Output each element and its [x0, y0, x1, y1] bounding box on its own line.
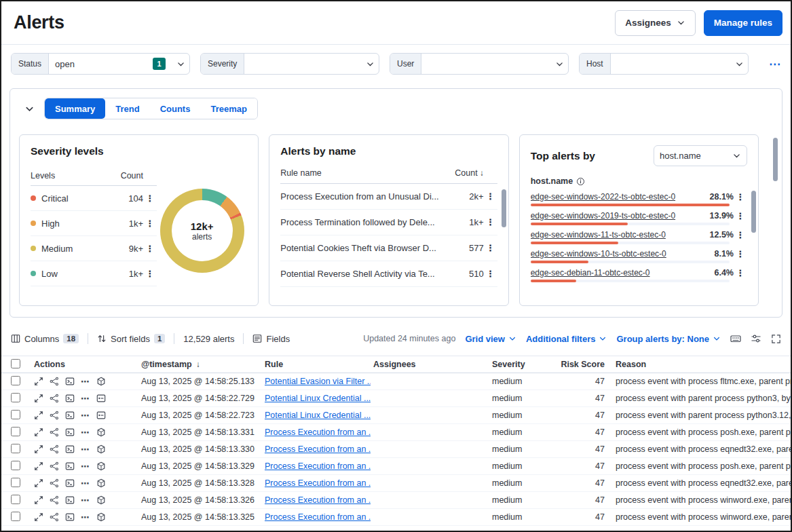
session-view-icon[interactable] — [65, 495, 75, 505]
more-actions-icon[interactable]: ⋯ — [81, 496, 90, 505]
analyze-event-icon[interactable] — [50, 478, 59, 488]
investigate-timeline-icon[interactable] — [96, 411, 106, 420]
row-actions-kebab-icon[interactable]: ⋮ — [484, 269, 497, 278]
analyze-event-icon[interactable] — [50, 394, 59, 403]
session-view-icon[interactable] — [65, 461, 75, 471]
analyze-event-icon[interactable] — [50, 461, 59, 471]
row-actions-kebab-icon[interactable]: ⋮ — [734, 269, 747, 278]
row-checkbox[interactable] — [11, 410, 20, 419]
rule-link[interactable]: Process Execution from an ... — [265, 461, 371, 471]
more-actions-icon[interactable]: ⋯ — [81, 479, 90, 488]
osquery-icon[interactable] — [96, 512, 106, 522]
rule-link[interactable]: Potential Linux Credential ... — [265, 394, 371, 403]
row-actions-kebab-icon[interactable]: ⋮ — [143, 269, 157, 278]
group-alerts-by-button[interactable]: Group alerts by: None — [616, 334, 721, 344]
expand-alert-icon[interactable] — [34, 411, 43, 420]
expand-alert-icon[interactable] — [34, 394, 43, 403]
row-actions-kebab-icon[interactable]: ⋮ — [143, 194, 157, 203]
expand-alert-icon[interactable] — [34, 377, 43, 386]
analyze-event-icon[interactable] — [50, 444, 59, 454]
severity-column-header[interactable]: Severity — [489, 360, 555, 369]
grid-view-button[interactable]: Grid view — [465, 334, 516, 344]
chevron-down-icon[interactable] — [550, 54, 568, 74]
rule-link[interactable]: Process Execution from an ... — [265, 495, 371, 505]
analyze-event-icon[interactable] — [50, 411, 59, 420]
osquery-icon[interactable] — [96, 495, 106, 505]
reason-column-header[interactable]: Reason — [609, 360, 791, 369]
osquery-icon[interactable] — [96, 428, 106, 437]
top-alerts-field-select[interactable]: host.name — [654, 145, 747, 166]
analyze-event-icon[interactable] — [50, 377, 59, 386]
row-actions-kebab-icon[interactable]: ⋮ — [143, 219, 157, 228]
more-actions-icon[interactable]: ⋯ — [81, 513, 90, 522]
row-actions-kebab-icon[interactable]: ⋮ — [734, 231, 747, 240]
rule-column-header[interactable]: Rule — [262, 360, 371, 369]
fields-button[interactable]: Fields — [252, 334, 290, 344]
more-filters-icon[interactable]: ⋯ — [769, 57, 781, 71]
expand-alert-icon[interactable] — [34, 495, 43, 505]
row-checkbox[interactable] — [11, 376, 20, 385]
row-actions-kebab-icon[interactable]: ⋮ — [484, 218, 497, 227]
row-checkbox[interactable] — [11, 478, 20, 487]
rule-link[interactable]: Process Execution from an ... — [265, 444, 371, 454]
host-name-link[interactable]: edge-sec-windows-10-ts-obtc-estec-0 — [531, 249, 709, 259]
rule-link[interactable]: Process Execution from an ... — [265, 478, 371, 488]
expand-alert-icon[interactable] — [34, 461, 43, 471]
more-actions-icon[interactable]: ⋯ — [81, 411, 90, 420]
osquery-icon[interactable] — [96, 478, 106, 488]
tab-treemap[interactable]: Treemap — [200, 98, 257, 119]
expand-alert-icon[interactable] — [34, 428, 43, 437]
osquery-icon[interactable] — [96, 461, 106, 471]
analyze-event-icon[interactable] — [50, 495, 59, 505]
select-all-checkbox[interactable] — [11, 359, 20, 368]
columns-button[interactable]: Columns 18 — [11, 334, 79, 344]
risk-score-column-header[interactable]: Risk Score — [555, 360, 609, 369]
status-filter[interactable]: Status open 1 — [11, 53, 190, 75]
osquery-icon[interactable] — [96, 444, 106, 454]
assignees-button[interactable]: Assignees — [615, 10, 696, 36]
chevron-down-icon[interactable] — [172, 54, 189, 74]
session-view-icon[interactable] — [65, 411, 75, 420]
collapse-charts-icon[interactable] — [24, 104, 35, 114]
row-actions-kebab-icon[interactable]: ⋮ — [734, 212, 747, 221]
keyboard-shortcuts-icon[interactable] — [730, 333, 741, 344]
investigate-timeline-icon[interactable] — [96, 394, 106, 403]
host-filter[interactable]: Host — [579, 53, 749, 75]
manage-rules-button[interactable]: Manage rules — [704, 10, 782, 36]
tab-counts[interactable]: Counts — [150, 98, 201, 119]
row-checkbox[interactable] — [11, 393, 20, 402]
info-icon[interactable] — [576, 177, 585, 186]
session-view-icon[interactable] — [65, 428, 75, 437]
expand-alert-icon[interactable] — [34, 512, 43, 522]
expand-alert-icon[interactable] — [34, 478, 43, 488]
alerts-by-name-scrollbar[interactable] — [502, 189, 506, 227]
more-actions-icon[interactable]: ⋯ — [81, 462, 90, 471]
tab-summary[interactable]: Summary — [45, 98, 105, 119]
timestamp-column-header[interactable]: @timestamp — [141, 360, 192, 369]
session-view-icon[interactable] — [65, 394, 75, 403]
chevron-down-icon[interactable] — [730, 54, 748, 74]
row-actions-kebab-icon[interactable]: ⋮ — [734, 250, 747, 259]
host-name-link[interactable]: edge-sec-windows-11-ts-obtc-estec-0 — [531, 230, 704, 240]
expand-alert-icon[interactable] — [34, 444, 43, 454]
tab-trend[interactable]: Trend — [105, 98, 149, 119]
host-name-link[interactable]: edge-sec-windows-2019-ts-obtc-estec-0 — [531, 211, 704, 221]
additional-filters-button[interactable]: Additional filters — [526, 334, 607, 344]
row-actions-kebab-icon[interactable]: ⋮ — [484, 192, 497, 201]
row-actions-kebab-icon[interactable]: ⋮ — [734, 193, 747, 202]
more-actions-icon[interactable]: ⋯ — [81, 394, 90, 403]
host-name-link[interactable]: edge-sec-windows-2022-ts-obtc-estec-0 — [531, 192, 704, 202]
row-checkbox[interactable] — [11, 427, 20, 436]
session-view-icon[interactable] — [65, 444, 75, 454]
chevron-down-icon[interactable] — [361, 54, 379, 74]
row-checkbox[interactable] — [11, 444, 20, 453]
row-checkbox[interactable] — [11, 495, 20, 504]
more-actions-icon[interactable]: ⋯ — [81, 428, 90, 437]
row-actions-kebab-icon[interactable]: ⋮ — [143, 244, 157, 253]
rule-link[interactable]: Process Execution from an ... — [265, 512, 371, 522]
more-actions-icon[interactable]: ⋯ — [81, 445, 90, 454]
row-actions-kebab-icon[interactable]: ⋮ — [484, 244, 497, 252]
user-filter[interactable]: User — [390, 53, 569, 75]
more-actions-icon[interactable]: ⋯ — [81, 377, 90, 386]
charts-scrollbar[interactable] — [773, 138, 778, 181]
